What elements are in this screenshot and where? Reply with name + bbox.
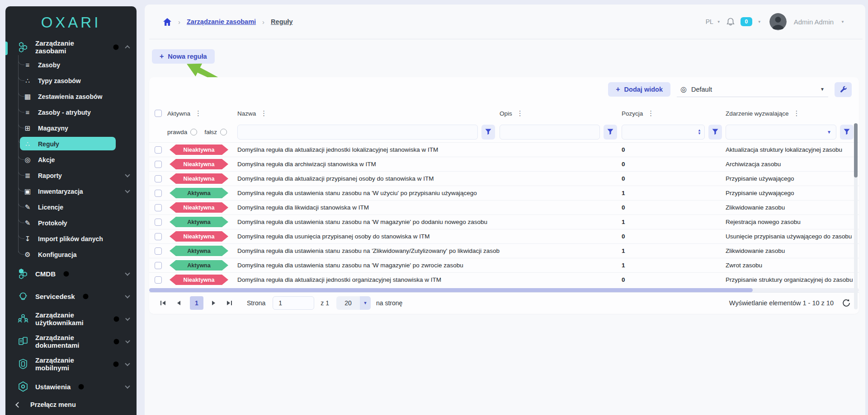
sidebar-item-magazyny[interactable]: ⊞ Magazyny [5,120,137,136]
table-row[interactable]: Aktywna Domyślna reguła dla ustawienia s… [149,214,859,229]
sidebar-item-zasoby[interactable]: ≡ Zasoby [5,57,137,73]
sidebar-group-servicedesk[interactable]: Servicedesk [5,285,137,308]
row-checkbox[interactable] [155,262,162,269]
sidebar-item-reguly[interactable]: ∴ Reguły [5,136,137,152]
grid-settings-button[interactable] [835,82,852,97]
sidebar-item-licencje[interactable]: ✎ Licencje [5,199,137,215]
status-badge: Nieaktywna [170,173,228,184]
sidebar-item-akcje[interactable]: ◎ Akcje [5,152,137,168]
page-label: Strona [247,299,265,307]
column-menu-icon[interactable]: ⋮ [260,109,267,117]
row-checkbox[interactable] [155,233,162,240]
scrollbar-thumb[interactable] [854,123,858,177]
description-filter-input[interactable] [500,125,600,140]
sidebar-item-zestawienia-zasobow[interactable]: ▦ Zestawienia zasobów [5,89,137,104]
table-row[interactable]: Aktywna Domyślna reguła dla ustawienia s… [149,186,859,200]
sidebar-item-konfiguracja[interactable]: ⚙ Konfiguracja [5,247,137,262]
column-menu-icon[interactable]: ⋮ [647,109,654,117]
column-menu-icon[interactable]: ⋮ [195,109,202,117]
chevron-down-icon[interactable]: ▼ [841,20,844,24]
column-menu-icon[interactable]: ⋮ [517,109,524,117]
number-spinner[interactable]: ▲ ▼ [698,129,701,135]
row-checkbox[interactable] [155,219,162,226]
last-page-button[interactable] [223,297,235,309]
page-number-input[interactable] [273,296,314,310]
table-row[interactable]: Nieaktywna Domyślna reguła dla archiwiza… [149,157,859,171]
table-row[interactable]: Nieaktywna Domyślna reguła dla aktualiza… [149,272,859,287]
column-menu-icon[interactable]: ⋮ [793,109,800,117]
breadcrumb: › Zarządzanie zasobami › Reguły [163,18,292,26]
toggle-menu-button[interactable]: Przełącz menu [5,394,137,415]
description-filter-funnel-button[interactable] [604,125,617,140]
bell-icon[interactable] [726,17,735,27]
add-view-button[interactable]: + Dodaj widok [608,82,670,97]
gauge-icon [113,44,119,51]
breadcrumb-current-reguly[interactable]: Reguły [271,18,292,25]
table-row[interactable]: Nieaktywna Domyślna reguła dla aktualiza… [149,171,859,186]
sidebar-item-zasoby-atrybuty[interactable]: ≡ Zasoby - atrybuty [5,104,137,120]
previous-page-button[interactable] [173,297,184,309]
row-checkbox[interactable] [155,161,162,168]
column-header-aktywna[interactable]: Aktywna [167,110,190,117]
grid-filter-row: prawda fałsz ▲ [149,121,859,142]
table-row[interactable]: Aktywna Domyślna reguła dla ustawienia s… [149,258,859,272]
trigger-filter-select[interactable]: ▼ [726,125,836,140]
spinner-down-icon[interactable]: ▼ [698,132,701,135]
view-icon: ◎ [680,85,687,93]
page-number-button[interactable]: 1 [190,296,203,310]
sidebar-item-protokoly[interactable]: ✎ Protokoły [5,215,137,231]
sidebar-group-document-management[interactable]: Zarządzanie dokumentami [5,330,137,353]
table-row[interactable]: Nieaktywna Domyślna reguła dla likwidacj… [149,200,859,214]
rule-trigger: Przypisanie używającego [726,190,859,196]
gauge-icon [113,338,120,345]
column-header-nazwa[interactable]: Nazwa [237,110,256,117]
name-filter-funnel-button[interactable] [481,125,495,140]
sidebar-item-import-plikow[interactable]: ↧ Import plików danych [5,231,137,247]
first-page-button[interactable] [157,297,169,309]
radio-false[interactable] [220,129,227,135]
table-row[interactable]: Aktywna Domyślna reguła dla ustawienia s… [149,243,859,258]
status-badge: Nieaktywna [170,145,228,155]
row-checkbox[interactable] [155,146,162,154]
rule-position: 1 [622,190,726,196]
column-header-pozycja[interactable]: Pozycja [622,110,643,117]
row-checkbox[interactable] [155,175,162,182]
sidebar-item-inwentaryzacja[interactable]: ▣ Inwentaryzacja [5,183,137,199]
position-filter-funnel-button[interactable] [708,125,722,140]
row-checkbox[interactable] [155,190,162,197]
sidebar-group-cmdb[interactable]: CMDB [5,262,137,285]
column-header-zdarzenie[interactable]: Zdarzenie wyzwalające [726,110,789,117]
new-rule-button[interactable]: + Nowa reguła [152,49,215,64]
chevron-down-icon[interactable]: ▼ [758,20,761,24]
row-checkbox[interactable] [155,276,162,284]
radio-true[interactable] [190,129,197,135]
position-filter-input[interactable] [622,125,705,140]
sidebar-item-raporty[interactable]: ≣ Raporty [5,168,137,183]
view-selector[interactable]: ◎ Default ▼ [677,82,828,97]
column-header-opis[interactable]: Opis [500,110,512,117]
sidebar: OXARI Zarządzanie zasobami ≡ Zasoby ∴ Ty… [5,6,137,415]
user-name[interactable]: Admin Admin [794,18,834,26]
select-all-checkbox[interactable] [155,110,162,117]
scrollbar-thumb[interactable] [149,288,753,292]
vertical-scrollbar[interactable] [854,123,858,309]
table-row[interactable]: Nieaktywna Domyślna reguła dla usunięcia… [149,229,859,243]
home-icon[interactable] [163,18,172,26]
sidebar-group-mobile-management[interactable]: Zarządzanie mobilnymi [5,353,137,375]
breadcrumb-link-asset-management[interactable]: Zarządzanie zasobami [187,18,256,25]
page-size-select[interactable]: 20 ▼ [336,296,371,310]
sidebar-group-asset-management[interactable]: Zarządzanie zasobami [5,37,137,57]
chevron-down-icon [125,270,130,275]
refresh-icon[interactable] [842,298,851,308]
language-selector[interactable]: PL ▼ [706,18,721,25]
table-row[interactable]: Nieaktywna Domyślna reguła dla aktualiza… [149,142,859,157]
trigger-filter-funnel-button[interactable] [840,125,854,140]
sidebar-item-typy-zasobow[interactable]: ∴ Typy zasobów [5,73,137,89]
next-page-button[interactable] [208,297,220,309]
horizontal-scrollbar[interactable] [149,288,859,292]
avatar[interactable] [769,13,787,30]
sidebar-group-user-management[interactable]: Zarządzanie użytkownikami [5,308,137,330]
row-checkbox[interactable] [155,247,162,255]
row-checkbox[interactable] [155,204,162,211]
name-filter-input[interactable] [237,125,478,140]
